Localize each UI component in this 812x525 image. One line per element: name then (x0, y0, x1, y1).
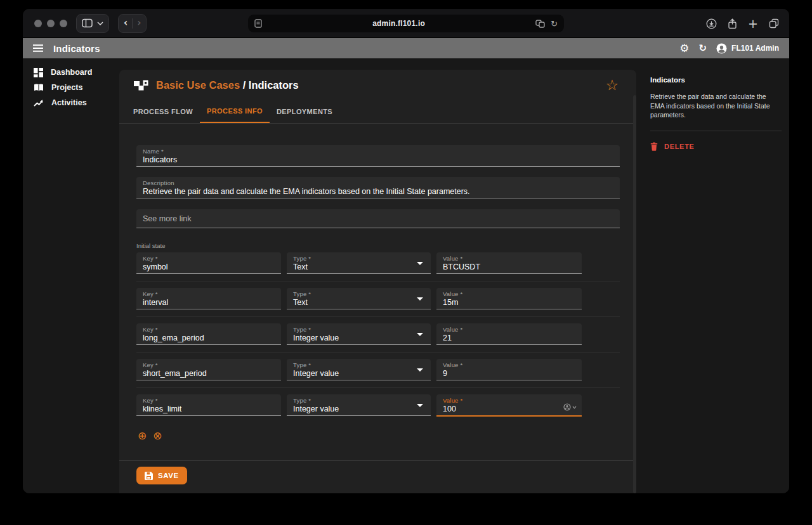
dropdown-caret-icon (417, 297, 423, 301)
downloads-icon[interactable] (706, 18, 717, 29)
refresh-icon[interactable]: ↻ (699, 44, 707, 53)
process-info-form: Name * Indicators Description Retrieve t… (119, 124, 636, 460)
new-tab-button[interactable]: + (748, 18, 758, 30)
add-row-button[interactable]: ⊕ (136, 429, 148, 443)
sidebar-item-activities[interactable]: Activities (23, 95, 119, 110)
settings-icon[interactable]: ⚙ (679, 43, 689, 54)
minimize-window-button[interactable] (47, 20, 55, 27)
tab-process-info[interactable]: PROCESS INFO (200, 100, 270, 123)
tab-bar: PROCESS FLOW PROCESS INFO DEPLOYMENTS (119, 100, 636, 124)
dropdown-caret-icon (417, 368, 423, 372)
remove-row-button[interactable]: ⊗ (152, 429, 163, 443)
type-select[interactable]: Type * Text (287, 288, 431, 309)
sidebar-item-label: Projects (51, 83, 82, 92)
sidebar-item-dashboard[interactable]: Dashboard (23, 65, 119, 80)
name-field-label: Name * (143, 148, 613, 155)
sidebar-item-label: Activities (51, 98, 87, 107)
type-select[interactable]: Type * Text (287, 252, 431, 274)
zoom-window-button[interactable] (60, 20, 67, 27)
detail-description: Retrieve the pair data and calculate the… (650, 92, 777, 120)
chevron-down-icon[interactable] (97, 22, 103, 25)
breadcrumb: Basic Use Cases / Indicators (156, 79, 299, 91)
value-field[interactable]: Value * 15m (436, 288, 582, 309)
card-footer: SAVE (119, 460, 636, 493)
key-field[interactable]: Key * klines_limit (136, 394, 281, 416)
tab-deployments[interactable]: DEPLOYMENTS (270, 100, 339, 123)
value-field[interactable]: Value * BTCUSDT (436, 252, 582, 274)
breadcrumb-current: Indicators (249, 79, 299, 91)
save-disk-icon (145, 472, 153, 480)
key-field[interactable]: Key * interval (136, 288, 281, 309)
description-field[interactable]: Description Retrieve the pair data and c… (136, 177, 620, 198)
see-more-link-placeholder: See more link (143, 214, 191, 223)
trash-icon (650, 142, 658, 151)
menu-icon[interactable] (33, 44, 43, 52)
delete-button[interactable]: DELETE (650, 142, 695, 151)
card-header: Basic Use Cases / Indicators ☆ (119, 70, 636, 100)
back-button[interactable]: ‹ (124, 18, 128, 28)
tab-process-flow[interactable]: PROCESS FLOW (126, 100, 200, 123)
book-icon (34, 83, 44, 92)
description-field-value: Retrieve the pair data and calculate the… (143, 187, 613, 196)
initial-state-row: Key * short_ema_period Type * Integer va… (136, 352, 620, 380)
initial-state-row: Key * long_ema_period Type * Integer val… (136, 316, 620, 345)
type-select[interactable]: Type * Integer value (287, 394, 431, 416)
save-button[interactable]: SAVE (136, 467, 187, 484)
breadcrumb-parent[interactable]: Basic Use Cases (156, 79, 240, 91)
name-field[interactable]: Name * Indicators (136, 145, 620, 167)
dropdown-caret-icon (417, 404, 423, 407)
app-header: Indicators ⚙ ↻ FL101 Admin (23, 38, 789, 58)
detail-title: Indicators (650, 76, 782, 84)
key-field[interactable]: Key * short_ema_period (136, 359, 281, 380)
tab-overview-icon[interactable] (769, 18, 779, 29)
value-field[interactable]: Value * 21 (436, 323, 582, 345)
share-icon[interactable] (728, 18, 737, 29)
key-field[interactable]: Key * long_ema_period (136, 323, 281, 345)
row-actions: ⊕ ⊗ (136, 429, 620, 443)
activity-chart-icon (34, 99, 44, 107)
browser-toolbar: ‹ › admin.fl101.io ↻ + (23, 9, 789, 38)
sidebar-item-projects[interactable]: Projects (23, 80, 119, 95)
favorite-star-icon[interactable]: ☆ (605, 78, 619, 93)
app-body: Dashboard Projects Activities (23, 58, 789, 493)
address-bar[interactable]: admin.fl101.io ↻ (248, 15, 564, 32)
name-field-value: Indicators (143, 155, 613, 164)
autofill-stepper-icon[interactable] (563, 403, 577, 411)
translate-icon[interactable] (535, 20, 545, 28)
user-name: FL101 Admin (731, 44, 779, 53)
nav-buttons: ‹ › (118, 14, 147, 33)
see-more-link-field[interactable]: See more link (136, 209, 620, 228)
initial-state-row: Key * klines_limit Type * Integer value … (136, 387, 620, 417)
type-select[interactable]: Type * Integer value (287, 359, 431, 380)
close-window-button[interactable] (34, 20, 42, 27)
value-field-focused[interactable]: Value * 100 (436, 394, 582, 417)
dropdown-caret-icon (417, 262, 423, 265)
url-text: admin.fl101.io (262, 19, 535, 28)
user-avatar-icon[interactable]: FL101 Admin (716, 43, 779, 54)
value-field[interactable]: Value * 9 (436, 359, 582, 380)
delete-button-label: DELETE (664, 143, 695, 150)
process-card: Basic Use Cases / Indicators ☆ PROCESS F… (119, 70, 636, 493)
reload-icon[interactable]: ↻ (551, 19, 558, 29)
toolbar-right: + (706, 9, 779, 38)
sidebar-item-label: Dashboard (51, 68, 92, 77)
initial-state-row: Key * symbol Type * Text Value * BTCUSDT (136, 252, 620, 274)
traffic-lights (34, 20, 67, 27)
sidebar: Dashboard Projects Activities (23, 58, 119, 493)
sidebar-toggle-icon[interactable] (82, 18, 93, 28)
divider (650, 131, 782, 131)
dropdown-caret-icon (417, 333, 423, 336)
page-title: Indicators (53, 43, 100, 54)
save-button-label: SAVE (158, 472, 179, 479)
forward-button[interactable]: › (137, 18, 141, 28)
initial-state-label: Initial state (136, 242, 620, 249)
type-select[interactable]: Type * Integer value (287, 323, 431, 345)
dashboard-icon (34, 68, 43, 77)
scrollbar[interactable] (633, 95, 636, 493)
reader-icon[interactable] (254, 19, 262, 28)
description-field-label: Description (143, 179, 613, 186)
flow-schema-icon (134, 79, 148, 92)
initial-state-row: Key * interval Type * Text Value * 15m (136, 281, 620, 309)
key-field[interactable]: Key * symbol (136, 252, 281, 274)
detail-panel: Indicators Retrieve the pair data and ca… (636, 58, 789, 493)
